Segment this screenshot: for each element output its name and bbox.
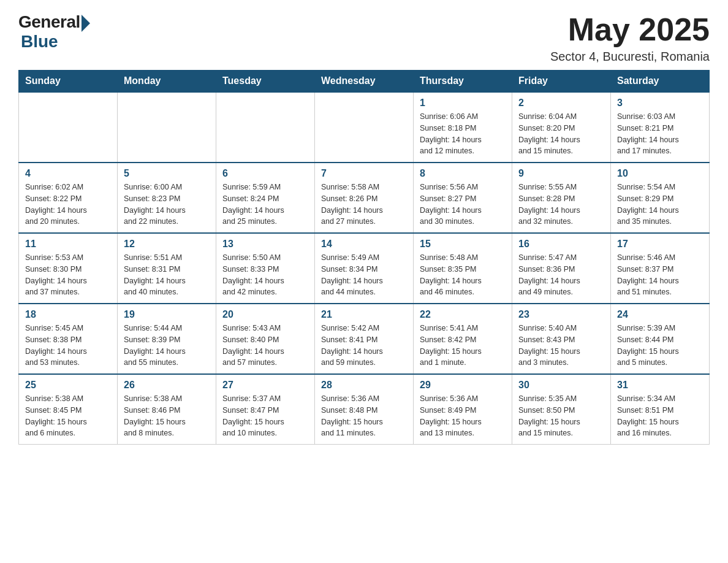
day-info: Sunrise: 5:48 AMSunset: 8:35 PMDaylight:… — [420, 252, 506, 298]
day-info: Sunrise: 5:54 AMSunset: 8:29 PMDaylight:… — [617, 182, 703, 228]
calendar-cell: 12Sunrise: 5:51 AMSunset: 8:31 PMDayligh… — [118, 233, 216, 304]
day-number: 17 — [617, 239, 703, 250]
calendar-cell: 8Sunrise: 5:56 AMSunset: 8:27 PMDaylight… — [414, 163, 512, 233]
day-number: 27 — [222, 380, 308, 391]
day-number: 20 — [222, 309, 308, 320]
day-info: Sunrise: 5:58 AMSunset: 8:26 PMDaylight:… — [321, 182, 407, 228]
week-row-3: 11Sunrise: 5:53 AMSunset: 8:30 PMDayligh… — [19, 233, 710, 304]
day-number: 2 — [518, 98, 604, 109]
day-info: Sunrise: 5:59 AMSunset: 8:24 PMDaylight:… — [222, 182, 308, 228]
calendar-cell: 9Sunrise: 5:55 AMSunset: 8:28 PMDaylight… — [512, 163, 611, 233]
calendar-cell — [315, 92, 414, 163]
day-number: 7 — [321, 168, 407, 179]
calendar-cell: 26Sunrise: 5:38 AMSunset: 8:46 PMDayligh… — [118, 374, 216, 445]
day-info: Sunrise: 6:00 AMSunset: 8:23 PMDaylight:… — [124, 182, 210, 228]
calendar-cell: 14Sunrise: 5:49 AMSunset: 8:34 PMDayligh… — [315, 233, 414, 304]
calendar-cell: 6Sunrise: 5:59 AMSunset: 8:24 PMDaylight… — [216, 163, 315, 233]
day-info: Sunrise: 6:04 AMSunset: 8:20 PMDaylight:… — [518, 111, 604, 157]
calendar-cell: 25Sunrise: 5:38 AMSunset: 8:45 PMDayligh… — [19, 374, 118, 445]
day-number: 9 — [518, 168, 604, 179]
day-info: Sunrise: 5:53 AMSunset: 8:30 PMDaylight:… — [25, 252, 111, 298]
calendar-cell: 16Sunrise: 5:47 AMSunset: 8:36 PMDayligh… — [512, 233, 611, 304]
day-number: 6 — [222, 168, 308, 179]
day-number: 30 — [518, 380, 604, 391]
day-info: Sunrise: 5:45 AMSunset: 8:38 PMDaylight:… — [25, 323, 111, 369]
calendar-cell: 21Sunrise: 5:42 AMSunset: 8:41 PMDayligh… — [315, 304, 414, 374]
day-info: Sunrise: 5:36 AMSunset: 8:49 PMDaylight:… — [420, 393, 506, 439]
day-number: 4 — [25, 168, 111, 179]
day-number: 18 — [25, 309, 111, 320]
day-info: Sunrise: 5:36 AMSunset: 8:48 PMDaylight:… — [321, 393, 407, 439]
day-number: 28 — [321, 380, 407, 391]
day-number: 25 — [25, 380, 111, 391]
calendar-cell: 31Sunrise: 5:34 AMSunset: 8:51 PMDayligh… — [611, 374, 710, 445]
day-info: Sunrise: 5:51 AMSunset: 8:31 PMDaylight:… — [124, 252, 210, 298]
calendar-cell: 27Sunrise: 5:37 AMSunset: 8:47 PMDayligh… — [216, 374, 315, 445]
weekday-header-wednesday: Wednesday — [315, 71, 414, 93]
calendar-cell — [216, 92, 315, 163]
calendar-cell: 30Sunrise: 5:35 AMSunset: 8:50 PMDayligh… — [512, 374, 611, 445]
day-number: 16 — [518, 239, 604, 250]
calendar-cell: 22Sunrise: 5:41 AMSunset: 8:42 PMDayligh… — [414, 304, 512, 374]
day-number: 19 — [124, 309, 210, 320]
day-number: 10 — [617, 168, 703, 179]
day-info: Sunrise: 6:02 AMSunset: 8:22 PMDaylight:… — [25, 182, 111, 228]
day-number: 5 — [124, 168, 210, 179]
day-number: 1 — [420, 98, 506, 109]
week-row-4: 18Sunrise: 5:45 AMSunset: 8:38 PMDayligh… — [19, 304, 710, 374]
day-number: 11 — [25, 239, 111, 250]
day-number: 26 — [124, 380, 210, 391]
day-info: Sunrise: 5:39 AMSunset: 8:44 PMDaylight:… — [617, 323, 703, 369]
calendar-cell: 19Sunrise: 5:44 AMSunset: 8:39 PMDayligh… — [118, 304, 216, 374]
calendar-cell: 10Sunrise: 5:54 AMSunset: 8:29 PMDayligh… — [611, 163, 710, 233]
weekday-header-thursday: Thursday — [414, 71, 512, 93]
calendar-cell: 4Sunrise: 6:02 AMSunset: 8:22 PMDaylight… — [19, 163, 118, 233]
calendar-cell: 5Sunrise: 6:00 AMSunset: 8:23 PMDaylight… — [118, 163, 216, 233]
week-row-1: 1Sunrise: 6:06 AMSunset: 8:18 PMDaylight… — [19, 92, 710, 163]
calendar-cell: 13Sunrise: 5:50 AMSunset: 8:33 PMDayligh… — [216, 233, 315, 304]
day-info: Sunrise: 5:43 AMSunset: 8:40 PMDaylight:… — [222, 323, 308, 369]
day-number: 14 — [321, 239, 407, 250]
day-info: Sunrise: 5:34 AMSunset: 8:51 PMDaylight:… — [617, 393, 703, 439]
day-info: Sunrise: 5:56 AMSunset: 8:27 PMDaylight:… — [420, 182, 506, 228]
page-header: General Blue May 2025 Sector 4, Bucurest… — [18, 12, 710, 64]
day-info: Sunrise: 5:50 AMSunset: 8:33 PMDaylight:… — [222, 252, 308, 298]
logo: General Blue — [18, 12, 90, 52]
calendar-cell: 2Sunrise: 6:04 AMSunset: 8:20 PMDaylight… — [512, 92, 611, 163]
day-number: 29 — [420, 380, 506, 391]
calendar-cell: 18Sunrise: 5:45 AMSunset: 8:38 PMDayligh… — [19, 304, 118, 374]
calendar-cell: 15Sunrise: 5:48 AMSunset: 8:35 PMDayligh… — [414, 233, 512, 304]
calendar-table: SundayMondayTuesdayWednesdayThursdayFrid… — [18, 70, 710, 445]
calendar-cell: 17Sunrise: 5:46 AMSunset: 8:37 PMDayligh… — [611, 233, 710, 304]
day-info: Sunrise: 5:37 AMSunset: 8:47 PMDaylight:… — [222, 393, 308, 439]
logo-blue-text: Blue — [21, 32, 58, 52]
day-number: 15 — [420, 239, 506, 250]
calendar-cell: 20Sunrise: 5:43 AMSunset: 8:40 PMDayligh… — [216, 304, 315, 374]
location-subtitle: Sector 4, Bucuresti, Romania — [550, 50, 710, 64]
day-number: 12 — [124, 239, 210, 250]
day-info: Sunrise: 5:41 AMSunset: 8:42 PMDaylight:… — [420, 323, 506, 369]
day-info: Sunrise: 5:49 AMSunset: 8:34 PMDaylight:… — [321, 252, 407, 298]
month-year-title: May 2025 — [550, 12, 710, 47]
day-number: 24 — [617, 309, 703, 320]
day-info: Sunrise: 5:44 AMSunset: 8:39 PMDaylight:… — [124, 323, 210, 369]
day-info: Sunrise: 5:42 AMSunset: 8:41 PMDaylight:… — [321, 323, 407, 369]
calendar-cell: 23Sunrise: 5:40 AMSunset: 8:43 PMDayligh… — [512, 304, 611, 374]
day-info: Sunrise: 5:35 AMSunset: 8:50 PMDaylight:… — [518, 393, 604, 439]
day-number: 8 — [420, 168, 506, 179]
day-number: 3 — [617, 98, 703, 109]
calendar-cell: 7Sunrise: 5:58 AMSunset: 8:26 PMDaylight… — [315, 163, 414, 233]
day-info: Sunrise: 5:55 AMSunset: 8:28 PMDaylight:… — [518, 182, 604, 228]
logo-arrow-icon — [82, 15, 90, 32]
calendar-cell: 1Sunrise: 6:06 AMSunset: 8:18 PMDaylight… — [414, 92, 512, 163]
calendar-cell — [19, 92, 118, 163]
weekday-header-monday: Monday — [118, 71, 216, 93]
day-number: 31 — [617, 380, 703, 391]
day-info: Sunrise: 5:47 AMSunset: 8:36 PMDaylight:… — [518, 252, 604, 298]
calendar-cell: 29Sunrise: 5:36 AMSunset: 8:49 PMDayligh… — [414, 374, 512, 445]
day-info: Sunrise: 5:40 AMSunset: 8:43 PMDaylight:… — [518, 323, 604, 369]
day-number: 23 — [518, 309, 604, 320]
day-info: Sunrise: 6:03 AMSunset: 8:21 PMDaylight:… — [617, 111, 703, 157]
calendar-header-row: SundayMondayTuesdayWednesdayThursdayFrid… — [19, 71, 710, 93]
day-info: Sunrise: 5:38 AMSunset: 8:46 PMDaylight:… — [124, 393, 210, 439]
